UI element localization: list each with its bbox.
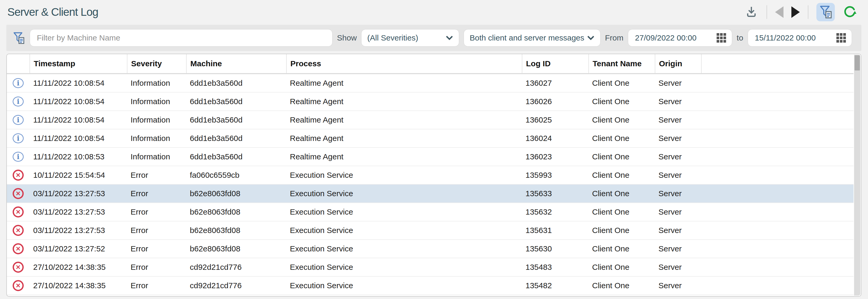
column-header-severity[interactable]: Severity bbox=[127, 54, 186, 73]
cell-machine: b62e8063fd08 bbox=[186, 244, 286, 253]
cell-severity: Error bbox=[127, 244, 186, 253]
cell-origin: Server bbox=[655, 226, 701, 235]
cell-log-id: 135632 bbox=[522, 207, 588, 217]
cell-tenant-name: Client One bbox=[588, 263, 655, 272]
info-circle-icon: i bbox=[13, 78, 24, 88]
to-date-value: 15/11/2022 00:00 bbox=[755, 33, 816, 42]
severity-icon-cell: ✕ bbox=[7, 243, 30, 254]
cell-tenant-name: Client One bbox=[588, 171, 655, 179]
cell-origin: Server bbox=[655, 207, 701, 217]
severity-select[interactable]: (All Severities) bbox=[361, 29, 459, 46]
cell-severity: Information bbox=[127, 97, 186, 106]
cell-tenant-name: Client One bbox=[588, 97, 655, 106]
previous-page-button[interactable] bbox=[775, 6, 783, 18]
severity-icon-cell: ✕ bbox=[7, 188, 30, 199]
cell-origin: Server bbox=[655, 79, 701, 88]
filter-panel-toggle-button[interactable] bbox=[816, 3, 835, 21]
table-row[interactable]: ✕ 10/11/2022 15:54:54 Error fa060c6559cb… bbox=[7, 166, 854, 185]
app-header: Server & Client Log bbox=[0, 0, 868, 24]
error-circle-icon: ✕ bbox=[13, 188, 24, 199]
from-date-input[interactable]: 27/09/2022 00:00 bbox=[628, 29, 732, 46]
cell-severity: Error bbox=[127, 171, 186, 179]
download-icon bbox=[744, 5, 758, 20]
cell-process: Realtime Agent bbox=[286, 152, 522, 161]
column-header-log-id[interactable]: Log ID bbox=[522, 54, 588, 73]
cell-origin: Server bbox=[655, 171, 701, 179]
cell-timestamp: 03/11/2022 13:27:53 bbox=[30, 189, 127, 198]
info-circle-icon: i bbox=[13, 152, 24, 162]
to-date-input[interactable]: 15/11/2022 00:00 bbox=[748, 29, 852, 46]
column-header-process[interactable]: Process bbox=[286, 54, 522, 73]
severity-icon-cell: ✕ bbox=[7, 225, 30, 236]
cell-origin: Server bbox=[655, 152, 701, 161]
cell-origin: Server bbox=[655, 97, 701, 106]
severity-icon-cell: ✕ bbox=[7, 170, 30, 181]
scrollbar-thumb[interactable] bbox=[855, 55, 860, 70]
cell-severity: Error bbox=[127, 281, 186, 290]
cell-machine: cd92d21cd776 bbox=[186, 263, 286, 272]
table-row[interactable]: i 11/11/2022 10:08:54 Information 6dd1eb… bbox=[7, 111, 854, 129]
column-header-tenant-name[interactable]: Tenant Name bbox=[588, 54, 655, 73]
error-circle-icon: ✕ bbox=[13, 225, 24, 236]
table-row[interactable]: ✕ 03/11/2022 13:27:53 Error b62e8063fd08… bbox=[7, 203, 854, 222]
cell-timestamp: 11/11/2022 10:08:53 bbox=[30, 152, 127, 161]
cell-severity: Information bbox=[127, 134, 186, 143]
table-body: i 11/11/2022 10:08:54 Information 6dd1eb… bbox=[7, 74, 854, 295]
table-row[interactable]: ✕ 03/11/2022 13:27:53 Error b62e8063fd08… bbox=[7, 185, 854, 203]
info-circle-icon: i bbox=[13, 115, 24, 125]
table-row[interactable]: ✕ 27/10/2022 14:38:35 Error cd92d21cd776… bbox=[7, 258, 854, 277]
filter-document-icon bbox=[818, 4, 833, 20]
cell-machine: fa060c6559cb bbox=[186, 171, 286, 179]
next-page-icon bbox=[792, 6, 800, 18]
column-header-timestamp[interactable]: Timestamp bbox=[30, 54, 127, 73]
severity-icon-cell: ✕ bbox=[7, 280, 30, 291]
table-row[interactable]: i 11/11/2022 10:08:54 Information 6dd1eb… bbox=[7, 93, 854, 111]
severity-icon-cell: i bbox=[7, 133, 30, 143]
cell-process: Execution Service bbox=[286, 263, 522, 272]
column-header-origin[interactable]: Origin bbox=[655, 54, 701, 73]
refresh-button[interactable] bbox=[843, 5, 857, 20]
show-label: Show bbox=[337, 33, 357, 42]
table-row[interactable]: ✕ 03/11/2022 13:27:52 Error b62e8063fd08… bbox=[7, 240, 854, 258]
cell-machine: b62e8063fd08 bbox=[186, 226, 286, 235]
machine-name-filter-input[interactable] bbox=[30, 29, 333, 46]
cell-machine: b62e8063fd08 bbox=[186, 189, 286, 198]
column-header-machine[interactable]: Machine bbox=[186, 54, 286, 73]
cell-process: Execution Service bbox=[286, 281, 522, 290]
filter-bar: Show (All Severities) Both client and se… bbox=[6, 25, 861, 51]
message-source-select-value: Both client and server messages bbox=[470, 33, 584, 42]
cell-log-id: 136023 bbox=[522, 152, 588, 161]
previous-page-icon bbox=[775, 6, 783, 18]
toolbar-divider bbox=[808, 5, 808, 19]
table-row[interactable]: i 11/11/2022 10:08:54 Information 6dd1eb… bbox=[7, 74, 854, 93]
table-row[interactable]: i 11/11/2022 10:08:54 Information 6dd1eb… bbox=[7, 129, 854, 148]
page-title: Server & Client Log bbox=[7, 6, 98, 19]
severity-icon-cell: i bbox=[7, 78, 30, 88]
error-circle-icon: ✕ bbox=[13, 170, 24, 181]
cell-log-id: 135631 bbox=[522, 226, 588, 235]
error-circle-icon: ✕ bbox=[13, 206, 24, 218]
download-button[interactable] bbox=[744, 5, 758, 20]
filter-document-icon bbox=[12, 31, 25, 45]
cell-process: Execution Service bbox=[286, 207, 522, 217]
column-header-filler bbox=[701, 54, 854, 73]
message-source-select[interactable]: Both client and server messages bbox=[464, 29, 600, 46]
cell-timestamp: 03/11/2022 13:27:52 bbox=[30, 244, 127, 253]
from-date-value: 27/09/2022 00:00 bbox=[635, 33, 696, 42]
cell-origin: Server bbox=[655, 263, 701, 272]
table-row[interactable]: ✕ 27/10/2022 14:38:35 Error cd92d21cd776… bbox=[7, 277, 854, 295]
severity-icon-cell: ✕ bbox=[7, 262, 30, 273]
cell-origin: Server bbox=[655, 134, 701, 143]
cell-origin: Server bbox=[655, 281, 701, 290]
table-row[interactable]: ✕ 03/11/2022 13:27:53 Error b62e8063fd08… bbox=[7, 222, 854, 240]
cell-severity: Error bbox=[127, 263, 186, 272]
cell-log-id: 135482 bbox=[522, 281, 588, 290]
cell-timestamp: 11/11/2022 10:08:54 bbox=[30, 79, 127, 88]
cell-process: Realtime Agent bbox=[286, 134, 522, 143]
vertical-scrollbar[interactable] bbox=[854, 55, 860, 296]
toolbar bbox=[744, 3, 857, 21]
next-page-button[interactable] bbox=[792, 6, 800, 18]
cell-timestamp: 11/11/2022 10:08:54 bbox=[30, 115, 127, 124]
table-row[interactable]: i 11/11/2022 10:08:53 Information 6dd1eb… bbox=[7, 148, 854, 166]
cell-timestamp: 27/10/2022 14:38:35 bbox=[30, 281, 127, 290]
